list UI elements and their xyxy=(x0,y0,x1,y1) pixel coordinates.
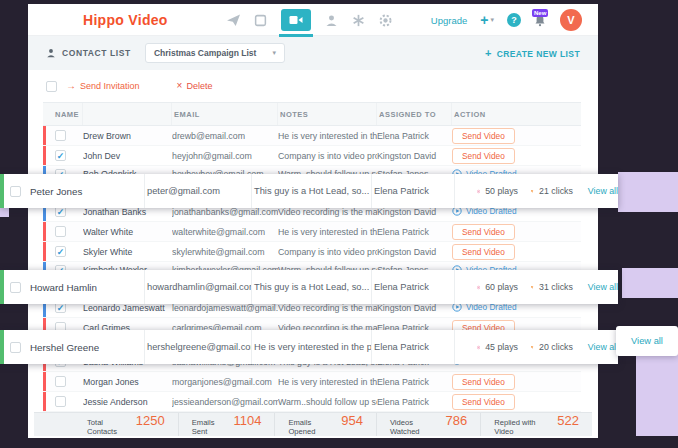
action-label: Send Video xyxy=(462,397,505,407)
contact-notes: This guy is a Hot Lead, so... xyxy=(252,174,372,208)
contact-notes: He is very interested in the pro... xyxy=(278,377,377,387)
contact-name: Peter Jones xyxy=(28,174,145,208)
column-header-assigned: ASSIGNED TO xyxy=(377,103,452,125)
board-icon[interactable] xyxy=(254,14,267,27)
contact-email: jonathanbanks@gmail.com xyxy=(172,207,278,217)
send-video-button[interactable]: Send Video xyxy=(452,244,515,260)
video-stats: 50 plays 21 clicks View all xyxy=(455,174,618,208)
plays-icon xyxy=(477,282,480,293)
contact-name: Drew Brown xyxy=(83,131,172,141)
select-all-checkbox[interactable] xyxy=(46,81,57,92)
integrations-icon[interactable] xyxy=(352,14,365,27)
quick-create-menu[interactable]: + ▾ xyxy=(480,15,494,25)
contact-notes: This guy is a Hot Lead, so... xyxy=(252,270,372,304)
delete-button[interactable]: × Delete xyxy=(177,81,213,91)
send-campaign-icon[interactable] xyxy=(227,14,240,27)
highlighted-contact-card: Howard Hamlin howardhamlin@gmail.com Thi… xyxy=(0,270,618,304)
send-invitation-button[interactable]: → Send Invitation xyxy=(66,81,140,91)
contact-assigned: Kingston David xyxy=(377,247,452,257)
plus-icon: + xyxy=(485,47,492,59)
view-all-link[interactable]: View all xyxy=(631,336,663,346)
row-status-bar xyxy=(43,146,46,165)
view-all-popover: View all xyxy=(616,326,678,356)
row-status-bar xyxy=(43,372,46,391)
video-camera-icon xyxy=(289,15,303,25)
contacts-table: NAME EMAIL NOTES ASSIGNED TO ACTION Drew… xyxy=(43,102,581,412)
row-checkbox[interactable] xyxy=(55,226,66,237)
contact-name: Howard Hamlin xyxy=(28,270,145,304)
stat-value: 1104 xyxy=(233,413,261,428)
contact-notes: He is very interested in the prod... xyxy=(252,330,372,364)
stat-emails-opened: Emails Opened 954 xyxy=(274,413,376,436)
contacts-icon[interactable] xyxy=(325,14,338,27)
row-status-bar xyxy=(43,242,46,261)
contact-assigned: Elena Patrick xyxy=(372,270,455,304)
action-label: Send Video xyxy=(462,151,505,161)
send-video-button[interactable]: Send Video xyxy=(452,148,515,164)
contact-name: Morgan Jones xyxy=(83,377,172,387)
row-checkbox[interactable] xyxy=(55,376,66,387)
lavender-decoration xyxy=(0,208,9,217)
upgrade-link[interactable]: Upgrade xyxy=(431,15,467,26)
table-row: Morgan Jones morganjones@gmail.com He is… xyxy=(43,372,581,392)
row-checkbox[interactable] xyxy=(55,396,66,407)
contact-assigned: Kingston David xyxy=(377,207,452,217)
contact-assigned: Elena Patrick xyxy=(377,227,452,237)
contact-name: Walter White xyxy=(83,227,172,237)
contact-notes: He is very interested in the prod... xyxy=(278,131,377,141)
clicks-count: 21 clicks xyxy=(539,186,573,196)
create-new-list-button[interactable]: + CREATE NEW LIST xyxy=(485,48,580,59)
contact-name: Jonathan Banks xyxy=(83,207,172,217)
table-row: ✓ John Dev heyjohn@gmail.com Company is … xyxy=(43,146,581,166)
contact-notes: Warm..should follow up so... xyxy=(278,397,377,407)
arrow-right-icon: → xyxy=(66,81,76,91)
contact-assigned: Kingston David xyxy=(377,151,452,161)
contact-name: Jessie Anderson xyxy=(83,397,172,407)
contact-email: hershelgreene@gmail.com xyxy=(145,330,252,364)
row-checkbox[interactable]: ✓ xyxy=(55,150,66,161)
help-icon[interactable]: ? xyxy=(507,13,521,27)
user-avatar[interactable]: V xyxy=(560,9,582,31)
notifications-bell[interactable]: New xyxy=(534,13,547,27)
row-status-bar xyxy=(43,392,46,411)
row-checkbox[interactable]: ✓ xyxy=(55,246,66,257)
table-row: Jessie Anderson jessieanderson@gmail.com… xyxy=(43,392,581,412)
stat-value: 786 xyxy=(446,413,468,428)
main-nav xyxy=(227,4,392,36)
plays-icon xyxy=(477,342,480,353)
contact-email: jessieanderson@gmail.com xyxy=(172,397,278,407)
row-status-bar xyxy=(43,222,46,241)
plays-icon xyxy=(477,186,480,197)
delete-label: Delete xyxy=(186,81,212,91)
send-video-button[interactable]: Send Video xyxy=(452,224,515,240)
row-checkbox[interactable] xyxy=(10,342,21,353)
appbar-right: Upgrade + ▾ ? New V xyxy=(431,4,582,36)
campaign-list-selected: Christmas Campaign List xyxy=(154,48,257,58)
plus-icon: + xyxy=(480,15,488,25)
row-checkbox[interactable] xyxy=(10,282,21,293)
stat-emails-sent: Emails Sent 1104 xyxy=(178,413,275,436)
contact-notes: Video recording is the mai... xyxy=(278,303,377,313)
tab-video-camera-active[interactable] xyxy=(281,9,311,31)
view-all-link[interactable]: View all xyxy=(588,342,618,352)
send-video-button[interactable]: Send Video xyxy=(452,128,515,144)
view-all-link[interactable]: View all xyxy=(588,282,618,292)
row-checkbox[interactable] xyxy=(55,130,66,141)
clicks-count: 31 clicks xyxy=(539,282,573,292)
contact-list-group: CONTACT LIST xyxy=(46,48,131,58)
send-video-button[interactable]: Send Video xyxy=(452,394,515,410)
clicks-cursor-icon xyxy=(531,282,534,293)
clicks-cursor-icon xyxy=(531,186,534,197)
contact-name: Skyler White xyxy=(83,247,172,257)
chevron-down-icon: ▾ xyxy=(490,16,494,24)
send-video-button[interactable]: Send Video xyxy=(452,374,515,390)
highlighted-contact-card: Peter Jones peter@gmail.com This guy is … xyxy=(0,174,618,208)
row-checkbox[interactable] xyxy=(10,186,21,197)
column-header-action: ACTION xyxy=(452,103,581,125)
video-stats: 45 plays 20 clicks View all xyxy=(455,330,618,364)
settings-gear-icon[interactable] xyxy=(379,14,392,27)
campaign-list-dropdown[interactable]: Christmas Campaign List ▾ xyxy=(145,43,285,63)
view-all-link[interactable]: View all xyxy=(588,186,618,196)
action-label: Send Video xyxy=(462,247,505,257)
contact-email: skylerwhite@gmail.com xyxy=(172,247,278,257)
